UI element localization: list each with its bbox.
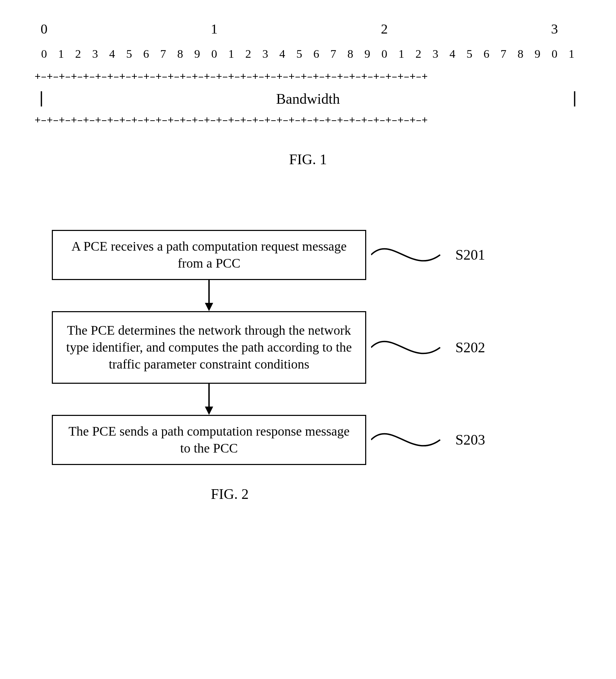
- connector-s201: [371, 241, 451, 269]
- ascii-border-top: +–+–+–+–+–+–+–+–+–+–+–+–+–+–+–+–+–+–+–+–…: [35, 71, 581, 83]
- flow-box-text: The PCE determines the network through t…: [64, 322, 354, 373]
- svg-marker-3: [205, 407, 213, 415]
- figure-1-caption: FIG. 1: [35, 151, 581, 168]
- bit-tens-digit: [563, 21, 580, 37]
- bit-units-digit: 7: [325, 47, 342, 61]
- flow-step-3: The PCE sends a path computation respons…: [35, 415, 485, 465]
- bit-tens-digit: [189, 21, 206, 37]
- bit-tens-digit: 1: [206, 21, 223, 37]
- bit-tens-digit: [495, 21, 512, 37]
- bit-units-digit: 1: [223, 47, 240, 61]
- bit-units-digit: 3: [257, 47, 274, 61]
- bit-tens-digit: [427, 21, 444, 37]
- bit-scale-tens-row: 0123: [35, 21, 581, 37]
- bit-tens-digit: [529, 21, 546, 37]
- bit-units-digit: 8: [512, 47, 529, 61]
- bit-tens-digit: [325, 21, 342, 37]
- bit-units-digit: 7: [495, 47, 512, 61]
- arrow-down-2: [52, 384, 366, 415]
- bit-units-digit: 9: [359, 47, 376, 61]
- bit-tens-digit: 0: [36, 21, 53, 37]
- bit-units-digit: 5: [121, 47, 138, 61]
- bit-tens-digit: [512, 21, 529, 37]
- bit-tens-digit: [87, 21, 104, 37]
- bit-tens-digit: [172, 21, 189, 37]
- step-label-s203: S203: [455, 431, 485, 448]
- bit-scale-units-row: 01234567890123456789012345678901: [35, 47, 581, 61]
- flow-box-text: The PCE sends a path computation respons…: [68, 424, 350, 455]
- bit-units-digit: 1: [393, 47, 410, 61]
- bit-units-digit: 1: [563, 47, 580, 61]
- bit-tens-digit: [274, 21, 291, 37]
- bit-units-digit: 3: [427, 47, 444, 61]
- bit-tens-digit: 2: [376, 21, 393, 37]
- figure-2-caption: FIG. 2: [52, 486, 408, 502]
- bit-units-digit: 2: [410, 47, 427, 61]
- bit-tens-digit: 3: [547, 21, 563, 37]
- bit-tens-digit: [223, 21, 240, 37]
- step-label-s201: S201: [455, 247, 485, 263]
- bit-units-digit: 7: [155, 47, 172, 61]
- step-label-s202: S202: [455, 339, 485, 356]
- connector-s203: [371, 426, 451, 454]
- bit-units-digit: 9: [189, 47, 206, 61]
- bitfield-label: Bandwidth: [48, 91, 568, 107]
- flow-box-s203: The PCE sends a path computation respons…: [52, 415, 366, 465]
- bit-units-digit: 5: [461, 47, 478, 61]
- bit-tens-digit: [308, 21, 325, 37]
- bit-units-digit: 8: [172, 47, 189, 61]
- flow-box-s201: A PCE receives a path computation reques…: [52, 230, 366, 280]
- bit-units-digit: 8: [342, 47, 359, 61]
- bit-units-digit: 6: [308, 47, 325, 61]
- ascii-border-bottom: +–+–+–+–+–+–+–+–+–+–+–+–+–+–+–+–+–+–+–+–…: [35, 114, 581, 127]
- bit-units-digit: 5: [291, 47, 308, 61]
- bit-units-digit: 0: [376, 47, 393, 61]
- bit-tens-digit: [240, 21, 257, 37]
- bit-units-digit: 3: [87, 47, 104, 61]
- figure-1: 0123 01234567890123456789012345678901 +–…: [35, 21, 581, 168]
- bit-units-digit: 4: [104, 47, 121, 61]
- connector-s202: [371, 334, 451, 361]
- bit-tens-digit: [138, 21, 155, 37]
- bit-units-digit: 6: [138, 47, 155, 61]
- bit-units-digit: 1: [53, 47, 69, 61]
- bit-units-digit: 0: [206, 47, 223, 61]
- bit-tens-digit: [257, 21, 274, 37]
- bit-tens-digit: [478, 21, 495, 37]
- bit-tens-digit: [121, 21, 138, 37]
- bit-tens-digit: [461, 21, 478, 37]
- bit-units-digit: 4: [444, 47, 461, 61]
- ascii-pipe-left: |: [35, 90, 48, 108]
- bit-units-digit: 0: [547, 47, 563, 61]
- bit-units-digit: 2: [70, 47, 87, 61]
- bit-tens-digit: [359, 21, 376, 37]
- arrow-down-1: [52, 280, 366, 311]
- flow-step-2: The PCE determines the network through t…: [35, 311, 485, 384]
- bitfield-row: | Bandwidth |: [35, 83, 581, 114]
- bit-tens-digit: [155, 21, 172, 37]
- bit-units-digit: 2: [240, 47, 257, 61]
- bit-tens-digit: [70, 21, 87, 37]
- bit-tens-digit: [291, 21, 308, 37]
- svg-marker-1: [205, 303, 213, 311]
- bit-units-digit: 9: [529, 47, 546, 61]
- figure-2: A PCE receives a path computation reques…: [35, 230, 581, 502]
- ascii-pipe-right: |: [568, 90, 581, 108]
- bit-units-digit: 0: [36, 47, 53, 61]
- bit-tens-digit: [104, 21, 121, 37]
- bit-tens-digit: [342, 21, 359, 37]
- bit-tens-digit: [393, 21, 410, 37]
- bit-tens-digit: [444, 21, 461, 37]
- bit-tens-digit: [53, 21, 69, 37]
- bit-tens-digit: [410, 21, 427, 37]
- flow-box-text: A PCE receives a path computation reques…: [72, 239, 347, 270]
- bit-units-digit: 4: [274, 47, 291, 61]
- flow-step-1: A PCE receives a path computation reques…: [35, 230, 485, 280]
- bit-units-digit: 6: [478, 47, 495, 61]
- flow-box-s202: The PCE determines the network through t…: [52, 311, 366, 384]
